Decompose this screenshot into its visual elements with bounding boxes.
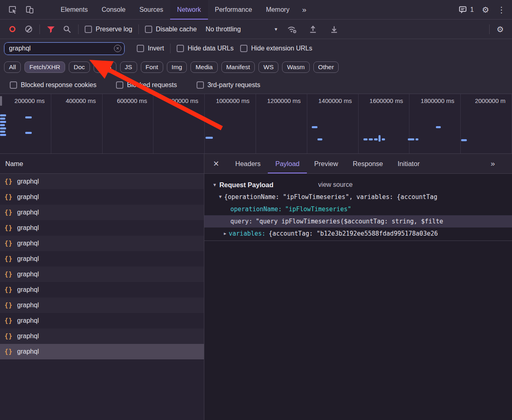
timeline-scroll-thumb[interactable]: [0, 96, 2, 106]
request-row[interactable]: {}graphql: [0, 236, 204, 251]
request-row[interactable]: {}graphql: [0, 328, 204, 344]
chip-fetch-xhr[interactable]: Fetch/XHR: [24, 61, 65, 73]
inspect-element-icon[interactable]: [4, 2, 21, 18]
tab-elements[interactable]: Elements: [54, 0, 95, 20]
expanded-triangle-icon[interactable]: ▼: [212, 182, 217, 187]
request-timeline-bar: [0, 121, 6, 123]
export-har-button[interactable]: [326, 22, 342, 37]
chip-manifest[interactable]: Manifest: [221, 61, 255, 73]
tab-performance[interactable]: Performance: [208, 0, 259, 20]
chip-font[interactable]: Font: [141, 61, 163, 73]
tab-network[interactable]: Network: [170, 0, 208, 20]
request-timeline-bar: [0, 114, 6, 116]
chip-css[interactable]: CSS: [94, 61, 116, 73]
request-timeline-bar: [374, 138, 378, 140]
json-braces-icon: {}: [4, 193, 13, 201]
network-overview-timeline[interactable]: 200000 ms 400000 ms 600000 ms 800000 ms …: [0, 94, 512, 154]
request-row[interactable]: {}graphql: [0, 267, 204, 282]
third-party-requests-group[interactable]: 3rd-party requests: [193, 81, 264, 89]
view-source-link[interactable]: view source: [318, 181, 352, 188]
chevron-down-icon: ▾: [275, 26, 278, 32]
payload-operation-name-row[interactable]: operationName: "ipFlowTimeseries": [204, 203, 512, 215]
clear-network-log-button[interactable]: [20, 22, 37, 37]
request-timeline-bar: [369, 138, 373, 140]
request-row[interactable]: {}graphql: [0, 282, 204, 298]
filter-input[interactable]: [4, 42, 125, 55]
import-har-button[interactable]: [305, 22, 321, 37]
chip-media[interactable]: Media: [190, 61, 217, 73]
third-party-requests-checkbox[interactable]: [197, 81, 204, 89]
invert-label: Invert: [148, 45, 164, 52]
preserve-log-checkbox-group[interactable]: Preserve log: [81, 26, 136, 33]
tab-preview[interactable]: Preview: [307, 154, 346, 173]
search-network-button[interactable]: [59, 22, 75, 37]
chip-img[interactable]: Img: [167, 61, 187, 73]
request-row[interactable]: {}graphql: [0, 174, 204, 189]
divider: [78, 24, 79, 34]
request-row[interactable]: {}graphql: [0, 220, 204, 236]
preserve-log-checkbox[interactable]: [85, 26, 92, 33]
name-column-header[interactable]: Name: [0, 154, 204, 174]
blocked-response-cookies-checkbox[interactable]: [10, 81, 17, 89]
hide-extension-urls-checkbox[interactable]: [240, 45, 247, 52]
request-row[interactable]: {}graphql: [0, 313, 204, 328]
clear-filter-icon[interactable]: ×: [114, 45, 121, 52]
filter-toggle-button[interactable]: [43, 22, 59, 37]
chip-other[interactable]: Other: [313, 61, 339, 73]
throttling-dropdown[interactable]: No throttling ▾: [206, 26, 277, 33]
payload-query-row[interactable]: query: "query ipFlowTimeseries($accountT…: [204, 215, 512, 228]
payload-root-node[interactable]: ▼ {operationName: "ipFlowTimeseries", va…: [204, 191, 512, 203]
invert-checkbox-group[interactable]: Invert: [133, 45, 167, 52]
request-row[interactable]: {}graphql: [0, 189, 204, 205]
request-row-selected[interactable]: {}graphql: [0, 344, 204, 359]
tab-response[interactable]: Response: [346, 154, 390, 173]
request-row[interactable]: {}graphql: [0, 298, 204, 313]
chip-all[interactable]: All: [4, 61, 21, 73]
record-network-log-button[interactable]: [4, 22, 20, 37]
chip-doc[interactable]: Doc: [69, 61, 90, 73]
disable-cache-checkbox[interactable]: [145, 26, 152, 33]
chip-ws[interactable]: WS: [258, 61, 278, 73]
tab-memory[interactable]: Memory: [259, 0, 296, 20]
timeline-tick: 2000000 m: [461, 94, 512, 153]
device-toolbar-icon[interactable]: [21, 2, 38, 18]
request-name: graphql: [17, 240, 39, 247]
more-details-tabs-icon[interactable]: »: [490, 159, 495, 168]
more-panels-icon[interactable]: »: [296, 0, 312, 20]
request-row[interactable]: {}graphql: [0, 251, 204, 267]
blocked-requests-checkbox[interactable]: [116, 81, 123, 89]
payload-panel: ▼ Request Payload view source ▼ {operati…: [204, 174, 512, 241]
request-row[interactable]: {}graphql: [0, 205, 204, 220]
network-filter-row: × Invert Hide data URLs Hide extension U…: [0, 39, 512, 58]
tab-initiator[interactable]: Initiator: [390, 154, 427, 173]
json-braces-icon: {}: [4, 271, 13, 278]
blocked-response-cookies-group[interactable]: Blocked response cookies: [7, 81, 100, 89]
tab-sources[interactable]: Sources: [132, 0, 170, 20]
invert-checkbox[interactable]: [137, 45, 144, 52]
chip-js[interactable]: JS: [120, 61, 137, 73]
tab-console[interactable]: Console: [95, 0, 133, 20]
network-settings-gear-icon[interactable]: ⚙: [497, 25, 504, 33]
request-timeline-bar: [0, 124, 5, 126]
hide-extension-urls-checkbox-group[interactable]: Hide extension URLs: [237, 45, 315, 52]
close-details-button[interactable]: ×: [204, 158, 228, 169]
tab-payload[interactable]: Payload: [268, 154, 307, 173]
expanded-triangle-icon[interactable]: ▼: [219, 191, 222, 203]
request-timeline-bar: [0, 118, 5, 120]
settings-gear-icon[interactable]: ⚙: [482, 6, 489, 14]
json-braces-icon: {}: [4, 317, 13, 324]
collapsed-triangle-icon[interactable]: ▶: [224, 228, 226, 240]
tab-headers[interactable]: Headers: [228, 154, 268, 173]
issues-counter[interactable]: 1: [458, 5, 474, 14]
network-conditions-button[interactable]: [284, 22, 300, 37]
payload-variables-row[interactable]: ▶ variables: {accountTag: "b12e3b2192ee5…: [204, 228, 512, 240]
divider: [39, 24, 40, 34]
disable-cache-checkbox-group[interactable]: Disable cache: [142, 26, 200, 33]
hide-data-urls-checkbox[interactable]: [177, 45, 184, 52]
blocked-requests-group[interactable]: Blocked requests: [113, 81, 180, 89]
kebab-menu-icon[interactable]: ⋮: [497, 6, 505, 14]
request-payload-title: Request Payload: [219, 181, 274, 189]
hide-data-urls-checkbox-group[interactable]: Hide data URLs: [173, 45, 237, 52]
request-timeline-bar: [25, 132, 32, 134]
chip-wasm[interactable]: Wasm: [282, 61, 309, 73]
